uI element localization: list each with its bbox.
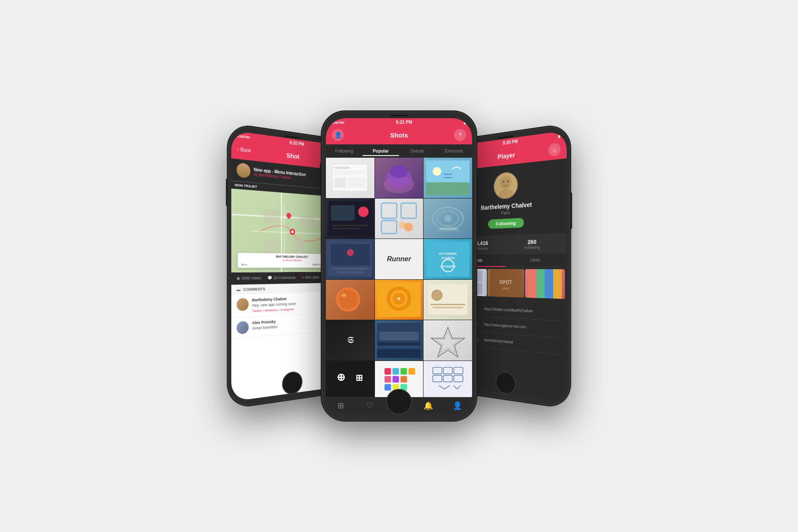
player-face — [494, 171, 517, 199]
svg-rect-77 — [454, 367, 463, 374]
tab-following[interactable]: Following — [326, 147, 362, 156]
likes-count: 309 Likes — [305, 275, 319, 279]
tab-debuts[interactable]: Debuts — [399, 147, 436, 156]
comment-avatar-1 — [236, 298, 249, 311]
player-shot-2[interactable]: SPOT SNIK — [488, 269, 524, 298]
shot-thumb-8[interactable]: Runner — [375, 239, 424, 279]
shot-thumb-5[interactable] — [375, 199, 424, 239]
views-stat: ◉ 2995 Views — [236, 276, 261, 281]
shot-thumb-6[interactable] — [424, 199, 472, 239]
back-button-left[interactable]: ‹ Back — [237, 146, 251, 153]
comment-body-2: Alex Pronsky Great transition — [252, 319, 277, 333]
svg-rect-68 — [408, 368, 415, 374]
help-icon-center[interactable]: ? — [454, 129, 466, 141]
center-phone: Carrier 9:21 PM ▮ 👤 Shots ? Following Po… — [322, 111, 476, 421]
carrier-center: Carrier — [332, 120, 345, 125]
shot-thumb-10[interactable] — [326, 280, 374, 320]
svg-text:SPOT: SPOT — [499, 279, 512, 285]
svg-rect-59 — [377, 345, 420, 349]
status-bar-center: Carrier 9:21 PM ▮ — [326, 118, 472, 125]
home-icon-right[interactable]: ⌂ — [549, 143, 561, 157]
comment-links-1[interactable]: Twitter / Behance / Instagram — [252, 307, 296, 313]
svg-rect-95 — [528, 269, 536, 298]
svg-rect-78 — [433, 375, 442, 382]
svg-rect-3 — [292, 237, 304, 255]
bottom-nav-user[interactable]: 👤 — [443, 401, 472, 410]
profile-icon-center[interactable]: 👤 — [332, 129, 344, 141]
svg-rect-19 — [444, 177, 452, 178]
battery-icons-center: ▮ — [463, 120, 466, 125]
svg-rect-24 — [333, 228, 359, 229]
comments-title: COMMENTS — [243, 287, 265, 292]
dribbble-value: BarthelemyChalvet — [484, 338, 513, 344]
time-center: 9:21 PM — [396, 120, 412, 125]
heart-icon: ♥ — [302, 275, 304, 280]
scene: Carrier 9:20 PM ▮ ‹ Back Shot ⊕ — [0, 0, 798, 532]
comment-body-1: Barthelemy Chalvet Hey, new app coming s… — [252, 297, 296, 313]
svg-rect-79 — [443, 375, 452, 382]
shot-thumb-4[interactable] — [326, 199, 374, 239]
svg-text:CITYHOPE: CITYHOPE — [440, 265, 456, 269]
shot-thumb-11[interactable]: ☀ — [375, 280, 424, 320]
comment-text-1: Hey, new app coming soon — [252, 302, 296, 308]
likes-stat: ♥ 309 Likes — [302, 275, 319, 279]
tab-popular[interactable]: Popular — [362, 147, 399, 156]
shot-thumb-7[interactable] — [326, 239, 374, 279]
comment-icon: 💬 — [268, 275, 272, 280]
player-name: Barthelemy Chalvet — [481, 201, 532, 211]
svg-rect-72 — [384, 384, 391, 391]
svg-rect-37 — [333, 268, 368, 269]
tab-everyone[interactable]: Everyone — [436, 147, 472, 156]
shot-thumb-9[interactable]: CITYHOPE CHURCH CITYHOPE — [424, 239, 472, 279]
shots-grid: Runner CITYHOPE CHURCH CITYHOPE — [326, 158, 472, 397]
shot-thumb-2[interactable] — [375, 158, 424, 198]
carrier-left: Carrier — [237, 133, 250, 139]
svg-rect-34 — [439, 228, 457, 230]
comment-text-2: Great transition — [252, 324, 277, 330]
svg-rect-67 — [400, 368, 407, 374]
svg-rect-80 — [454, 375, 463, 382]
twitter-value: https://twitter.com/BarthChalvet — [484, 307, 533, 313]
bottom-nav-heart[interactable]: ♡ — [355, 401, 384, 410]
svg-rect-16 — [426, 182, 470, 195]
shot-thumb-16[interactable]: ⊕ ⊞ — [326, 361, 374, 397]
svg-point-39 — [347, 249, 353, 256]
tab-likes-right[interactable]: Likes — [506, 254, 567, 267]
speaker-center — [390, 115, 408, 116]
svg-rect-27 — [381, 220, 396, 233]
shot-info: New app - Menu Interaction by Barthelemy… — [254, 167, 306, 181]
svg-text:⊞: ⊞ — [356, 373, 363, 382]
svg-rect-55 — [430, 304, 465, 305]
svg-rect-69 — [384, 376, 391, 382]
shot-thumb-15[interactable] — [424, 320, 472, 361]
svg-rect-56 — [433, 307, 463, 308]
svg-rect-75 — [433, 367, 442, 374]
svg-text:⊕: ⊕ — [337, 372, 345, 383]
following-stat: 260 Following — [506, 238, 559, 250]
center-phone-screen: Carrier 9:21 PM ▮ 👤 Shots ? Following Po… — [326, 118, 472, 414]
following-label: Following — [506, 245, 559, 250]
svg-point-14 — [390, 165, 408, 177]
svg-rect-9 — [335, 173, 362, 174]
shot-thumb-13[interactable]: 𝔖 — [326, 320, 374, 361]
battery-icons-right: ▮ — [558, 133, 561, 138]
eye-icon: ◉ — [236, 276, 240, 281]
bottom-nav-grid[interactable]: ⊞ — [326, 401, 355, 410]
follow-button[interactable]: Following — [488, 218, 524, 229]
bottom-nav-bell[interactable]: 🔔 — [414, 401, 443, 410]
svg-point-22 — [358, 207, 368, 217]
shot-thumb-18[interactable] — [424, 361, 472, 397]
svg-rect-71 — [400, 376, 407, 382]
svg-rect-58 — [377, 342, 420, 358]
shot-thumb-3[interactable] — [424, 158, 472, 198]
shot-thumb-1[interactable] — [326, 158, 374, 198]
svg-text:☀: ☀ — [397, 297, 401, 301]
svg-rect-25 — [381, 203, 396, 218]
svg-rect-1 — [300, 216, 313, 227]
shot-thumb-12[interactable] — [424, 280, 472, 320]
home-button-center[interactable] — [386, 389, 412, 415]
player-shot-3[interactable] — [525, 269, 565, 299]
svg-rect-70 — [393, 376, 399, 382]
svg-rect-18 — [444, 174, 452, 175]
shot-thumb-14[interactable] — [375, 320, 424, 361]
